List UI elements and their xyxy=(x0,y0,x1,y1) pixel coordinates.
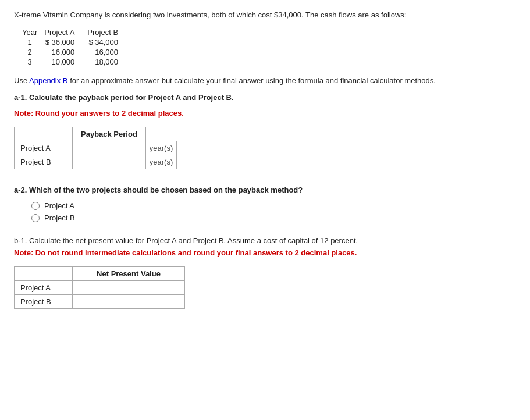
b1-text: b-1. Calculate the net present value for… xyxy=(14,236,516,245)
cash-flow-row2-col2: 18,000 xyxy=(85,57,129,67)
appendix-note-text2: for an approximate answer but calculate … xyxy=(68,76,436,85)
radio-project-b-input[interactable] xyxy=(31,214,40,222)
payback-row0-input-cell[interactable] xyxy=(73,141,146,155)
a2-label: a-2. Which of the two projects should be… xyxy=(14,186,516,194)
payback-row0-label: Project A xyxy=(15,141,73,155)
a2-radio-group: Project A Project B xyxy=(31,201,516,222)
npv-row0-input[interactable] xyxy=(76,283,181,293)
cash-flow-row1-col0: 2 xyxy=(20,47,42,57)
appendix-b-link[interactable]: Appendix B xyxy=(29,76,68,85)
cash-flow-row0-col1: $ 36,000 xyxy=(42,37,85,47)
payback-unit-header xyxy=(145,127,176,141)
cash-flow-table: Year Project A Project B 1$ 36,000$ 34,0… xyxy=(20,27,129,67)
payback-row1-label: Project B xyxy=(15,155,73,169)
radio-project-a[interactable]: Project A xyxy=(31,201,516,210)
col-header-projectB: Project B xyxy=(85,27,129,37)
npv-header: Net Present Value xyxy=(73,267,185,281)
payback-period-header: Payback Period xyxy=(73,127,146,141)
payback-row0-unit: year(s) xyxy=(145,141,176,155)
npv-row1-input-cell[interactable] xyxy=(73,295,185,309)
b1-note: Note: Do not round intermediate calculat… xyxy=(14,248,516,257)
col-header-year: Year xyxy=(20,27,42,37)
radio-project-a-label: Project A xyxy=(44,201,74,210)
cash-flow-row2-col0: 3 xyxy=(20,57,42,67)
npv-row1-input[interactable] xyxy=(76,297,181,307)
radio-project-a-input[interactable] xyxy=(31,202,40,210)
radio-project-b[interactable]: Project B xyxy=(31,213,516,222)
a1-label: a-1. Calculate the payback period for Pr… xyxy=(14,93,516,102)
payback-row0-input[interactable] xyxy=(76,143,140,153)
npv-row1-label: Project B xyxy=(15,295,73,309)
payback-period-table: Payback Period Project Ayear(s)Project B… xyxy=(14,127,177,169)
a1-note: Note: Round your answers to 2 decimal pl… xyxy=(14,109,516,118)
radio-project-b-label: Project B xyxy=(44,213,75,222)
payback-row1-input[interactable] xyxy=(76,157,140,167)
cash-flow-row0-col2: $ 34,000 xyxy=(85,37,129,47)
cash-flow-row1-col1: 16,000 xyxy=(42,47,85,57)
npv-empty-header xyxy=(15,267,73,281)
npv-table: Net Present Value Project AProject B xyxy=(14,266,185,309)
col-header-projectA: Project A xyxy=(42,27,85,37)
payback-empty-header xyxy=(15,127,73,141)
appendix-note-text1: Use xyxy=(14,76,29,85)
cash-flow-row1-col2: 16,000 xyxy=(85,47,129,57)
payback-row1-unit: year(s) xyxy=(145,155,176,169)
cash-flow-row2-col1: 10,000 xyxy=(42,57,85,67)
npv-row0-label: Project A xyxy=(15,281,73,295)
appendix-note: Use Appendix B for an approximate answer… xyxy=(14,76,516,85)
payback-row1-input-cell[interactable] xyxy=(73,155,146,169)
npv-row0-input-cell[interactable] xyxy=(73,281,185,295)
intro-text: X-treme Vitamin Company is considering t… xyxy=(14,10,516,19)
cash-flow-row0-col0: 1 xyxy=(20,37,42,47)
